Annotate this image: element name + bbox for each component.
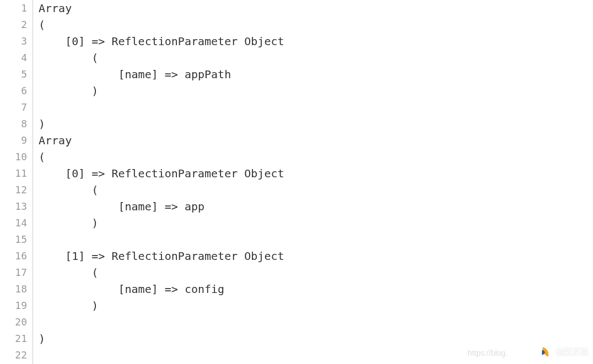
line-number: 13 — [0, 198, 33, 215]
code-area: Array ( [0] => ReflectionParameter Objec… — [33, 0, 593, 364]
line-number: 20 — [0, 314, 33, 330]
code-line: ( — [39, 50, 593, 66]
code-line: ( — [39, 264, 593, 281]
code-container: 1 2 3 4 5 6 7 8 9 10 11 12 13 14 15 16 1… — [0, 0, 593, 364]
code-line: ( — [39, 149, 593, 165]
code-line: [name] => config — [39, 281, 593, 297]
code-line: ( — [39, 17, 593, 33]
code-line: ) — [39, 116, 593, 132]
code-line: [0] => ReflectionParameter Object — [39, 165, 593, 182]
line-number: 6 — [0, 83, 33, 99]
line-number: 2 — [0, 17, 33, 33]
line-number: 18 — [0, 281, 33, 297]
line-number: 10 — [0, 149, 33, 165]
line-number: 16 — [0, 248, 33, 264]
line-number: 22 — [0, 347, 33, 363]
code-line — [39, 347, 593, 363]
watermark-text: https://blog. — [468, 349, 508, 357]
line-number: 4 — [0, 50, 33, 66]
line-number: 3 — [0, 33, 33, 50]
code-line: ( — [39, 182, 593, 198]
line-number: 17 — [0, 264, 33, 281]
code-line — [39, 99, 593, 116]
code-line — [39, 231, 593, 248]
code-line: Array — [39, 132, 593, 149]
line-number: 12 — [0, 182, 33, 198]
line-number: 21 — [0, 330, 33, 347]
code-line — [39, 314, 593, 330]
code-line: [name] => appPath — [39, 66, 593, 83]
brand-logo: 创新互联 — [538, 344, 589, 360]
line-number: 19 — [0, 297, 33, 314]
line-number: 14 — [0, 215, 33, 231]
code-line: ) — [39, 215, 593, 231]
code-line: ) — [39, 83, 593, 99]
logo-icon — [538, 344, 553, 360]
code-line: [1] => ReflectionParameter Object — [39, 248, 593, 264]
line-number: 8 — [0, 116, 33, 132]
line-number-gutter: 1 2 3 4 5 6 7 8 9 10 11 12 13 14 15 16 1… — [0, 0, 33, 364]
code-line: ) — [39, 297, 593, 314]
line-number: 7 — [0, 99, 33, 116]
line-number: 9 — [0, 132, 33, 149]
line-number: 15 — [0, 231, 33, 248]
line-number: 1 — [0, 0, 33, 17]
code-line: [name] => app — [39, 198, 593, 215]
logo-text: 创新互联 — [556, 347, 589, 357]
line-number: 5 — [0, 66, 33, 83]
code-line: [0] => ReflectionParameter Object — [39, 33, 593, 50]
code-line: ) — [39, 330, 593, 347]
code-line: Array — [39, 0, 593, 17]
line-number: 11 — [0, 165, 33, 182]
